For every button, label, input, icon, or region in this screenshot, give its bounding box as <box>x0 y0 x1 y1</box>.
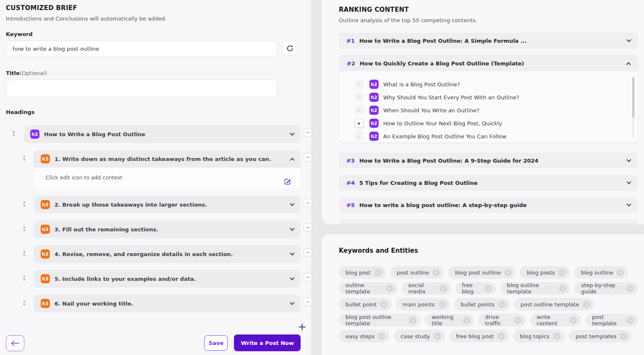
heading-row[interactable]: h3 1. Write down as many distinct takeaw… <box>34 150 301 168</box>
remove-keyword-icon[interactable]: × <box>380 301 387 308</box>
save-button[interactable]: Save <box>204 335 228 351</box>
rank-number: #3 <box>346 158 355 164</box>
remove-heading-button[interactable]: − <box>304 248 312 257</box>
remove-keyword-icon[interactable]: × <box>378 333 385 340</box>
remove-keyword-icon[interactable]: × <box>439 301 446 308</box>
remove-keyword-icon[interactable]: × <box>504 269 512 276</box>
drag-handle-icon[interactable]: ▲▼ <box>23 200 25 208</box>
ranking-row[interactable]: #6 What is the best way to structure a b… <box>339 219 638 224</box>
keywords-entities-panel: Keywords and Entities blog post × post o… <box>322 234 644 355</box>
chevron-up-icon[interactable] <box>626 62 631 67</box>
remove-keyword-icon[interactable]: × <box>514 317 522 324</box>
add-to-brief-button[interactable]: + <box>354 106 364 115</box>
remove-keyword-icon[interactable]: × <box>440 285 447 292</box>
ranking-row[interactable]: #3 How to Write a Blog Post Outline: A 9… <box>339 153 638 168</box>
chevron-down-icon[interactable] <box>626 224 631 224</box>
edit-icon[interactable] <box>283 178 291 186</box>
keyword-chip: social media × <box>402 282 451 295</box>
remove-keyword-icon[interactable]: × <box>463 317 470 324</box>
keywords-title: Keywords and Entities <box>339 247 638 254</box>
remove-keyword-icon[interactable]: × <box>627 285 634 292</box>
heading-context-box: Click edit icon to add context <box>34 168 301 189</box>
heading-row[interactable]: h3 6. Nail your working title. <box>34 295 301 312</box>
outline-tag-badge: h2 <box>369 132 379 141</box>
keyword-chip: blog outline template × <box>500 282 570 295</box>
chevron-down-icon[interactable] <box>290 226 294 231</box>
remove-keyword-icon[interactable]: × <box>558 269 566 276</box>
heading-row[interactable]: h3 5. Include links to your examples and… <box>34 270 301 288</box>
remove-keyword-icon[interactable]: × <box>627 317 634 324</box>
heading-row[interactable]: h3 3. Fill out the remaining sections. <box>34 220 301 238</box>
remove-heading-button[interactable]: − <box>304 153 312 161</box>
add-heading-button[interactable]: + <box>298 322 306 332</box>
keyword-chip: drive traffic × <box>478 314 526 326</box>
outline-tag-badge: h2 <box>369 93 379 102</box>
keyword-chip: outline template × <box>339 282 397 295</box>
drag-handle-icon[interactable]: ▲▼ <box>23 155 25 162</box>
add-to-brief-button[interactable]: + <box>354 80 364 89</box>
remove-heading-button[interactable]: − <box>304 273 312 281</box>
drag-handle-icon[interactable]: ▲▼ <box>23 299 25 307</box>
remove-keyword-icon[interactable]: × <box>583 301 590 308</box>
keyword-chips: blog post × post outline × blog post out… <box>339 266 638 342</box>
remove-heading-button[interactable]: − <box>304 298 312 306</box>
chevron-down-icon[interactable] <box>290 251 294 255</box>
keyword-input[interactable] <box>6 41 277 57</box>
chevron-down-icon[interactable] <box>290 300 294 305</box>
remove-keyword-icon[interactable]: × <box>433 269 440 276</box>
heading-row[interactable]: h3 4. Revise, remove, and reorganize det… <box>34 245 301 263</box>
remove-keyword-icon[interactable]: × <box>553 333 561 340</box>
title-input[interactable] <box>6 80 277 97</box>
scrollbar-thumb[interactable] <box>632 77 634 117</box>
remove-keyword-icon[interactable]: × <box>374 269 382 276</box>
ranking-row[interactable]: #5 How to write a blog post outline: A s… <box>339 197 638 213</box>
back-button[interactable] <box>6 335 24 351</box>
chevron-down-icon[interactable] <box>626 157 631 162</box>
remove-keyword-icon[interactable]: × <box>617 269 624 276</box>
chevron-down-icon[interactable] <box>626 179 631 184</box>
drag-handle-icon[interactable]: ▲▼ <box>13 130 15 137</box>
remove-keyword-icon[interactable]: × <box>485 285 492 292</box>
remove-keyword-icon[interactable]: × <box>620 333 627 340</box>
keyword-chip: post outline × <box>390 266 444 279</box>
heading-row[interactable]: h3 2. Break up those takeaways into larg… <box>34 196 301 213</box>
chevron-down-icon[interactable] <box>290 131 294 135</box>
remove-keyword-icon[interactable]: × <box>498 333 505 340</box>
remove-keyword-icon[interactable]: × <box>570 317 577 324</box>
heading-row[interactable]: h2 How to Write a Blog Post Outline <box>23 125 301 143</box>
brief-title: CUSTOMIZED BRIEF <box>6 4 311 12</box>
remove-keyword-icon[interactable]: × <box>409 317 416 324</box>
chevron-down-icon[interactable] <box>626 37 631 42</box>
ranking-row[interactable]: #2 How to Quickly Create a Blog Post Out… <box>339 55 638 71</box>
ranking-title: RANKING CONTENT <box>339 6 638 13</box>
remove-keyword-icon[interactable]: × <box>499 301 506 308</box>
keyword-chip: blog topics × <box>513 330 565 342</box>
chevron-down-icon[interactable] <box>290 201 294 206</box>
drag-handle-icon[interactable]: ▲▼ <box>23 225 25 233</box>
keyword-chip: main points × <box>396 298 450 311</box>
heading-tag-badge: h3 <box>41 274 50 283</box>
remove-heading-button[interactable]: − <box>304 223 312 232</box>
refresh-keyword-button[interactable] <box>282 41 297 56</box>
chevron-up-icon[interactable] <box>290 158 294 162</box>
add-to-brief-button[interactable]: + <box>354 119 364 128</box>
competitor-outline-list: + h2 What is a Blog Post Outline? + h2 W… <box>339 71 638 143</box>
add-to-brief-button[interactable]: + <box>354 93 364 102</box>
remove-keyword-icon[interactable]: × <box>386 285 393 292</box>
outline-tag-badge: h2 <box>369 119 379 128</box>
chevron-down-icon[interactable] <box>626 202 631 206</box>
ranking-row[interactable]: #1 How to Write a Blog Post Outline: A S… <box>339 33 638 49</box>
remove-keyword-icon[interactable]: × <box>559 285 566 292</box>
write-post-button[interactable]: Write a Post Now <box>234 334 301 351</box>
chevron-down-icon[interactable] <box>290 275 294 280</box>
remove-heading-button[interactable]: − <box>304 128 312 137</box>
heading-text: 2. Break up those takeaways into larger … <box>55 202 207 208</box>
ranking-row[interactable]: #4 5 Tips for Creating a Blog Post Outli… <box>339 175 638 191</box>
drag-handle-icon[interactable]: ▲▼ <box>23 275 25 282</box>
add-to-brief-button[interactable]: + <box>354 132 364 141</box>
keyword-chip: case study × <box>394 330 445 342</box>
remove-heading-button[interactable]: − <box>304 199 312 207</box>
remove-keyword-icon[interactable]: × <box>434 333 441 340</box>
drag-handle-icon[interactable]: ▲▼ <box>23 250 25 257</box>
keyword-chip-row: easy steps × case study × free blog post… <box>339 330 638 342</box>
